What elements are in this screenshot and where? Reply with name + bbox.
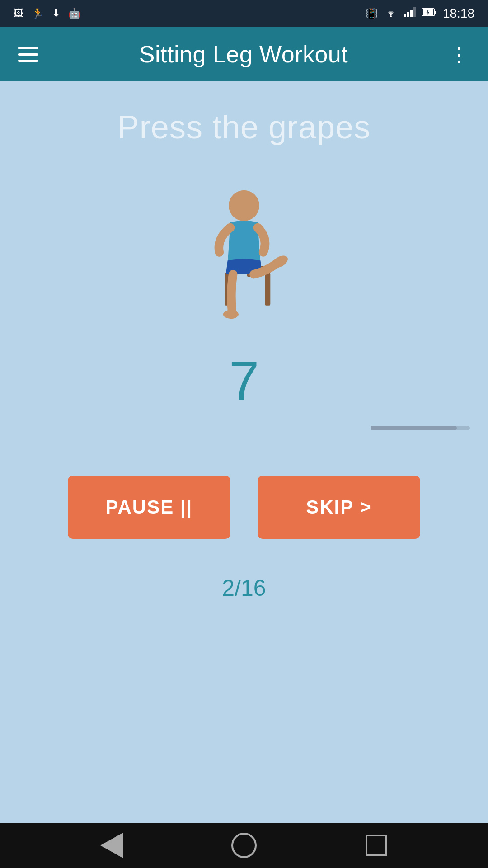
svg-point-13	[223, 310, 239, 319]
svg-point-0	[390, 15, 392, 17]
status-bar: 🖼 🏃 ⬇ 🤖 📳	[0, 0, 488, 27]
toolbar: Sitting Leg Workout ⋮	[0, 27, 488, 81]
battery-icon	[422, 7, 436, 20]
nav-recents-button[interactable]	[363, 832, 390, 859]
bottom-nav-bar	[0, 823, 488, 868]
home-icon	[231, 833, 257, 858]
signal-icon	[404, 7, 416, 20]
exercise-counter: 7	[229, 354, 259, 408]
nav-back-button[interactable]	[98, 832, 125, 859]
workout-progress: 2/16	[222, 575, 266, 601]
exercise-illustration	[176, 173, 312, 326]
wifi-icon	[384, 7, 398, 20]
progress-area	[0, 426, 488, 430]
android-status-icon: 🤖	[68, 8, 80, 19]
svg-rect-3	[410, 10, 413, 17]
progress-bar-track	[371, 426, 470, 430]
skip-button[interactable]: SKIP >	[258, 476, 420, 539]
vibrate-icon: 📳	[366, 8, 378, 19]
status-time: 18:18	[443, 6, 474, 21]
svg-rect-1	[404, 14, 406, 17]
menu-button[interactable]	[18, 47, 38, 62]
exercise-figure	[176, 173, 312, 326]
main-content: Press the grapes	[0, 81, 488, 823]
action-buttons: PAUSE || SKIP >	[68, 476, 420, 539]
progress-bar-fill	[371, 426, 457, 430]
image-status-icon: 🖼	[14, 8, 23, 19]
more-options-button[interactable]: ⋮	[449, 43, 470, 66]
pause-button[interactable]: PAUSE ||	[68, 476, 230, 539]
recents-icon	[366, 835, 387, 856]
nav-home-button[interactable]	[230, 832, 258, 859]
svg-rect-2	[407, 12, 409, 17]
status-icons-left: 🖼 🏃 ⬇ 🤖	[14, 8, 80, 19]
back-icon	[100, 833, 123, 858]
toolbar-title: Sitting Leg Workout	[139, 41, 348, 68]
svg-rect-7	[434, 11, 436, 14]
exercise-title: Press the grapes	[117, 108, 371, 146]
svg-point-12	[229, 190, 259, 221]
status-icons-right: 📳	[366, 6, 474, 21]
download-status-icon: ⬇	[52, 8, 60, 19]
svg-rect-4	[413, 7, 416, 17]
svg-rect-10	[265, 273, 270, 306]
figure-status-icon: 🏃	[32, 8, 44, 19]
